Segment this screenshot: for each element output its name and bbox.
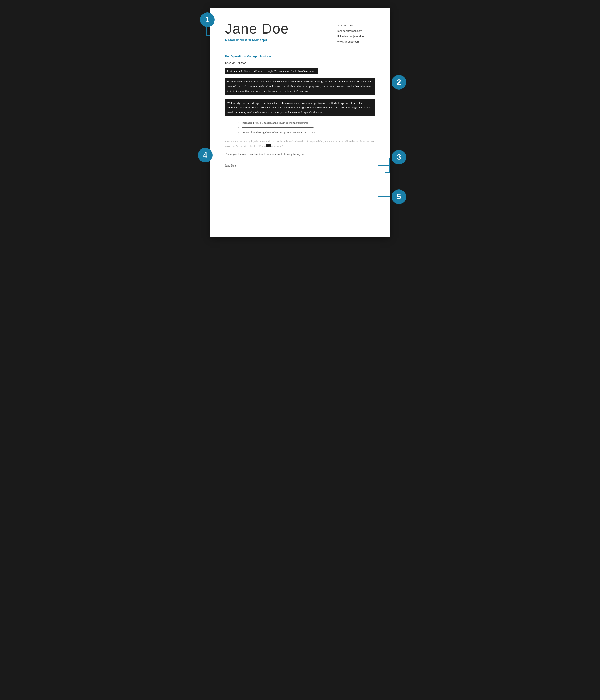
paragraph-3: With nearly a decade of experience in cu…	[225, 99, 375, 117]
header-divider	[329, 21, 329, 45]
annotation-line-5	[378, 196, 390, 197]
annotation-line-2	[378, 82, 390, 82]
bullet-list: Increased profit $5 million amid tough e…	[238, 121, 375, 135]
job-title: Retail Industry Manager	[225, 38, 321, 43]
bullet-item-2: Reduced absenteeism 47% with an attendan…	[238, 125, 375, 130]
bullet-item-1: Increased profit $5 million amid tough e…	[238, 121, 375, 125]
annotation-bubble-1: 1	[200, 12, 215, 27]
re-line: Re: Operations Manager Position	[225, 55, 375, 58]
applicant-name: Jane Doe	[225, 21, 321, 36]
paragraph-4: I'm an ace at attracting loyal clients a…	[225, 139, 375, 148]
signature-block: Thank you for your consideration. I look…	[225, 152, 375, 168]
paragraph-1: Last month, I hit a record I never thoug…	[225, 69, 375, 74]
email: janedoe@gmail.com	[337, 28, 375, 34]
header-left: Jane Doe Retail Industry Manager	[225, 21, 321, 43]
website: www.janedoe.com	[337, 39, 375, 45]
annotation-bubble-3: 3	[392, 150, 406, 165]
resume-page: Jane Doe Retail Industry Manager 123.456…	[210, 8, 390, 238]
letter-body: Re: Operations Manager Position Dear Ms.…	[225, 55, 375, 168]
closing-line: Thank you for your consideration. I look…	[225, 152, 375, 156]
outer-wrapper: 1 2 3 4 5 Jane Doe Retail Industry Manag…	[210, 8, 390, 238]
bullet-item-3: Formed long-lasting client relationships…	[238, 130, 375, 135]
header-section: Jane Doe Retail Industry Manager 123.456…	[225, 21, 375, 45]
salutation: Dear Ms. Johnson,	[225, 61, 375, 65]
word-highlight-the: the	[266, 144, 271, 147]
paragraph-3-highlight: With nearly a decade of experience in cu…	[225, 99, 375, 117]
name-bracket-bottom	[206, 35, 210, 36]
phone: 123.456.7890	[337, 23, 375, 28]
section-divider	[225, 49, 375, 49]
annotation-line-3h	[378, 165, 390, 166]
paragraph-1-highlight: Last month, I hit a record I never thoug…	[225, 68, 318, 74]
sign-name: Jane Doe	[225, 164, 375, 168]
annotation-bubble-5: 5	[392, 190, 406, 204]
annotation-line-4v	[222, 172, 222, 175]
contact-info: 123.456.7890 janedoe@gmail.com linkedin.…	[337, 21, 375, 45]
annotation-line-4	[210, 172, 222, 172]
annotation-bubble-4: 4	[198, 148, 213, 162]
linkedin: linkedin.com/jane-doe	[337, 34, 375, 39]
paragraph-2-highlight: In 2016, the corporate office that overs…	[225, 78, 375, 95]
annotation-bubble-2: 2	[392, 75, 406, 90]
paragraph-2: In 2016, the corporate office that overs…	[225, 78, 375, 95]
